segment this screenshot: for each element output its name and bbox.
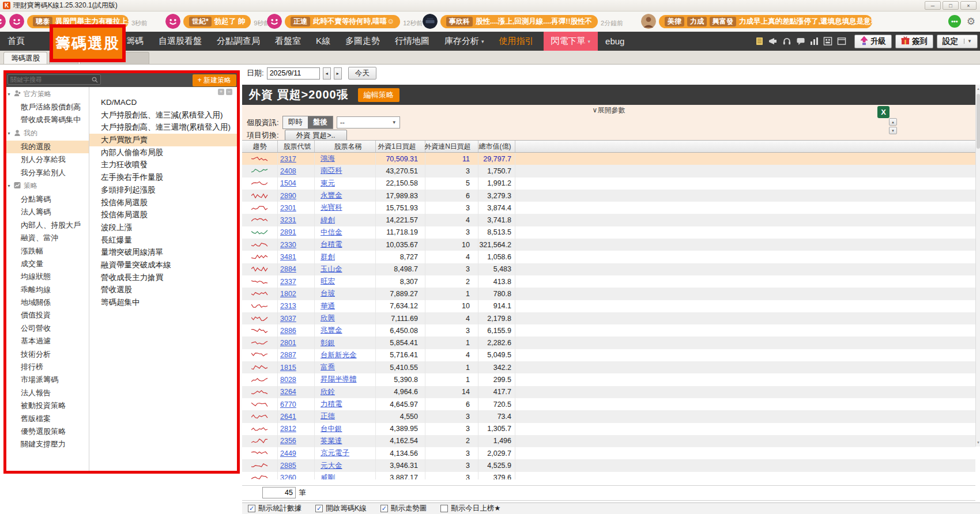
sidebar-item-我分享給別人[interactable]: 我分享給別人 bbox=[5, 167, 89, 179]
headset-icon[interactable] bbox=[782, 37, 791, 46]
table-row[interactable]: 1802台玻7,889.271780.8 bbox=[242, 288, 975, 300]
nav-item-自選股看盤[interactable]: 自選股看盤 bbox=[151, 32, 209, 51]
sidebar-item-我的選股[interactable]: 我的選股 bbox=[5, 141, 89, 153]
strategy-item[interactable]: 多頭排列起漲股 bbox=[89, 184, 240, 196]
stock-tag-chip[interactable]: 事欣科 bbox=[446, 17, 473, 27]
table-row[interactable]: 8028昇陽半導體5,390.81299.5 bbox=[242, 373, 975, 386]
new-strategy-button[interactable]: + 新建策略 bbox=[193, 74, 236, 86]
sidebar-item-優勢選股策略[interactable]: 優勢選股策略 bbox=[5, 425, 89, 438]
prev-day-button[interactable]: ◄ bbox=[323, 67, 331, 80]
stock-code-link[interactable]: 6770 bbox=[280, 400, 296, 409]
stock-code-link[interactable]: 2449 bbox=[280, 449, 296, 458]
column-header-外資1日買超[interactable]: 外資1日買超 bbox=[376, 141, 425, 152]
table-row[interactable]: 2885元大金3,946.3134,525.9 bbox=[242, 459, 975, 471]
expand-plus-button[interactable]: + bbox=[218, 89, 224, 95]
table-row[interactable]: 2891中信金11,718.1938,513.5 bbox=[242, 226, 975, 239]
sidebar-section-header[interactable]: ▼官方策略 bbox=[5, 87, 89, 101]
sidebar-item-基本過濾[interactable]: 基本過濾 bbox=[5, 335, 89, 347]
nav-item-多圖走勢[interactable]: 多圖走勢 bbox=[338, 32, 387, 51]
nav-item-看盤室[interactable]: 看盤室 bbox=[267, 32, 308, 51]
vertical-scrollbar[interactable]: ▲ ▼ bbox=[975, 85, 980, 447]
簽到-button[interactable]: 簽到 bbox=[895, 35, 933, 48]
table-row[interactable]: 2449京元電子4,134.5632,029.7 bbox=[242, 447, 975, 459]
sidebar-item-融資、當沖[interactable]: 融資、當沖 bbox=[5, 232, 89, 244]
stock-code-link[interactable]: 2356 bbox=[280, 437, 296, 445]
strategy-item[interactable]: 長紅爆量 bbox=[89, 234, 240, 247]
stock-code-link[interactable]: 2337 bbox=[280, 278, 296, 286]
strategy-item[interactable]: 主力狂收噴發 bbox=[89, 158, 240, 171]
sidebar-item-漲跌幅[interactable]: 漲跌幅 bbox=[5, 245, 89, 258]
sidebar-item-舊版檔案[interactable]: 舊版檔案 bbox=[5, 413, 89, 425]
nav-item-K線[interactable]: K線 bbox=[308, 32, 338, 51]
stock-code-link[interactable]: 2890 bbox=[280, 192, 296, 200]
stock-name-link[interactable]: 鴻海 bbox=[321, 154, 335, 164]
stock-name-link[interactable]: 欣銓 bbox=[321, 387, 335, 397]
stock-code-link[interactable]: 2886 bbox=[280, 327, 296, 335]
stock-code-link[interactable]: 2887 bbox=[280, 351, 296, 359]
checkbox-icon[interactable] bbox=[440, 505, 448, 512]
realtime-toggle[interactable]: 即時 bbox=[283, 116, 308, 128]
nav-item-分點調查局[interactable]: 分點調查局 bbox=[209, 32, 267, 51]
export-excel-icon[interactable]: X bbox=[877, 106, 889, 118]
stock-name-link[interactable]: 威剛 bbox=[321, 473, 335, 479]
search-input[interactable] bbox=[10, 76, 92, 83]
stock-code-link[interactable]: 2641 bbox=[280, 413, 296, 421]
table-row[interactable]: 6770力積電4,645.976720.5 bbox=[242, 398, 975, 410]
display-option-顯示今日上榜★[interactable]: 顯示今日上榜★ bbox=[440, 504, 500, 513]
stock-tag-chip[interactable]: 正達 bbox=[291, 17, 310, 27]
megaphone-icon[interactable] bbox=[768, 37, 778, 46]
display-option-顯示統計數據[interactable]: ✓顯示統計數據 bbox=[248, 504, 301, 513]
stock-tag-chip[interactable]: 世紀* bbox=[189, 17, 212, 27]
sidebar-item-法人籌碼[interactable]: 法人籌碼 bbox=[5, 206, 89, 218]
stock-name-link[interactable]: 正德 bbox=[321, 411, 335, 421]
table-row[interactable]: 2801彰銀5,854.4112,282.6 bbox=[242, 337, 975, 349]
stock-code-link[interactable]: 8028 bbox=[280, 376, 296, 384]
scroll-up-button[interactable]: ▲ bbox=[889, 118, 897, 126]
afterhours-toggle[interactable]: 盤後 bbox=[308, 116, 333, 128]
sidebar-item-排行榜[interactable]: 排行榜 bbox=[5, 361, 89, 373]
sidebar-item-地域關係[interactable]: 地域關係 bbox=[5, 296, 89, 309]
strategy-item[interactable]: 投信佈局選股 bbox=[89, 209, 240, 221]
strategy-item[interactable]: 大戶買散戶賣 bbox=[89, 134, 240, 146]
column-header-趨勢[interactable]: 趨勢 bbox=[242, 141, 278, 152]
stock-name-link[interactable]: 旺宏 bbox=[321, 277, 335, 286]
window-icon[interactable] bbox=[837, 37, 846, 46]
chevron-down-icon[interactable]: ▼ bbox=[964, 39, 972, 44]
table-row[interactable]: 2317鴻海70,509.311129,797.7 bbox=[242, 153, 975, 165]
stock-code-link[interactable]: 1815 bbox=[280, 364, 296, 372]
tab-籌碼選股[interactable]: 籌碼選股 bbox=[3, 52, 47, 64]
stock-name-link[interactable]: 彰銀 bbox=[321, 338, 335, 348]
date-input[interactable] bbox=[267, 67, 320, 80]
table-row[interactable]: 3037欣興7,111.6942,179.8 bbox=[242, 312, 975, 324]
stock-name-link[interactable]: 欣興 bbox=[321, 313, 335, 323]
strategy-item[interactable]: 營收成長主力搶買 bbox=[89, 271, 240, 284]
stock-name-link[interactable]: 群創 bbox=[321, 252, 335, 262]
sidebar-item-均線狀態[interactable]: 均線狀態 bbox=[5, 270, 89, 283]
stats-icon[interactable] bbox=[810, 37, 819, 46]
next-day-button[interactable]: ► bbox=[334, 67, 342, 80]
sidebar-section-header[interactable]: ▼我的 bbox=[5, 127, 89, 141]
stock-name-link[interactable]: 華通 bbox=[321, 301, 335, 311]
checkbox-icon[interactable]: ✓ bbox=[380, 505, 388, 512]
stock-name-link[interactable]: 力積電 bbox=[321, 399, 342, 409]
strategy-item[interactable]: KD/MACD bbox=[89, 96, 240, 109]
strategy-item[interactable]: 波段上漲 bbox=[89, 221, 240, 234]
stock-code-link[interactable]: 2812 bbox=[280, 425, 296, 433]
sidebar-item-乖離均線[interactable]: 乖離均線 bbox=[5, 284, 89, 296]
sidebar-item-別人分享給我[interactable]: 別人分享給我 bbox=[5, 153, 89, 166]
strategy-item[interactable]: 內部人偷偷布局股 bbox=[89, 146, 240, 159]
minimize-button[interactable]: ─ bbox=[925, 1, 941, 10]
sidebar-item-內部人、持股大戶[interactable]: 內部人、持股大戶 bbox=[5, 219, 89, 232]
stock-name-link[interactable]: 兆豐金 bbox=[321, 326, 342, 335]
chat-icon[interactable] bbox=[796, 37, 805, 46]
stock-code-link[interactable]: 3264 bbox=[280, 388, 296, 396]
checkbox-icon[interactable]: ✓ bbox=[248, 505, 255, 512]
sidebar-item-關鍵支撐壓力[interactable]: 關鍵支撐壓力 bbox=[5, 438, 89, 451]
stock-name-link[interactable]: 台新新光金 bbox=[321, 350, 357, 360]
table-row[interactable]: 2886兆豐金6,450.0836,155.9 bbox=[242, 324, 975, 337]
nav-item-閃電下單[interactable]: 閃電下單▾ bbox=[544, 32, 598, 51]
sidebar-item-公司營收[interactable]: 公司營收 bbox=[5, 322, 89, 335]
stock-name-link[interactable]: 南亞科 bbox=[321, 166, 342, 176]
sidebar-item-營收成長籌碼集中[interactable]: 營收成長籌碼集中 bbox=[5, 114, 89, 126]
stock-name-link[interactable]: 英業達 bbox=[321, 436, 342, 446]
